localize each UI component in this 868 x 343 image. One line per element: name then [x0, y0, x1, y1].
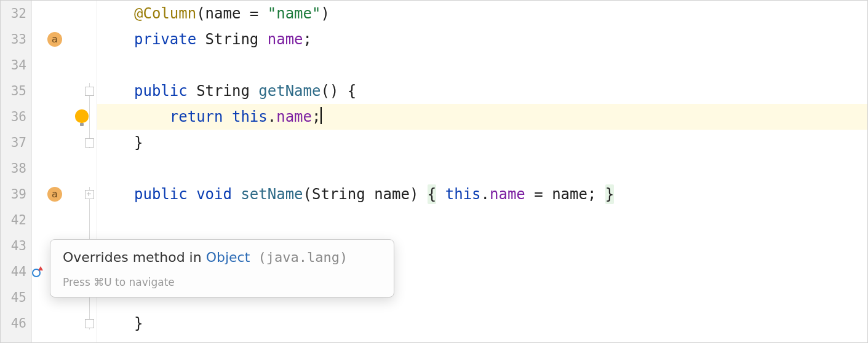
code-line[interactable]	[97, 52, 867, 78]
line-number: 44	[11, 259, 26, 285]
fold-toggle-icon[interactable]	[85, 87, 94, 96]
text-caret	[321, 107, 322, 124]
line-number: 36	[11, 104, 26, 130]
fold-toggle-icon[interactable]	[85, 138, 94, 148]
tooltip-message: Overrides method in Object (java.lang)	[63, 250, 381, 265]
code-line[interactable]: public void setName(String name) { this.…	[97, 181, 867, 207]
line-number: 45	[11, 285, 26, 310]
override-tooltip[interactable]: Overrides method in Object (java.lang) P…	[50, 239, 394, 298]
line-number: 39	[11, 181, 26, 207]
annotation-token: @Column	[134, 5, 196, 22]
override-gutter-icon[interactable]	[32, 267, 41, 276]
code-line[interactable]: @Column(name = "name")	[97, 1, 867, 26]
inspection-badge-icon[interactable]: a	[47, 32, 62, 47]
line-number: 46	[11, 310, 26, 336]
code-line[interactable]: private String name;	[97, 26, 867, 52]
gutter: 32 33 34 35 36 37 38 39 42 43 44 45 46	[1, 1, 32, 342]
fold-expand-icon[interactable]	[85, 190, 94, 199]
line-number: 42	[11, 207, 26, 233]
tooltip-hint: Press ⌘U to navigate	[63, 276, 381, 288]
intention-bulb-icon[interactable]	[75, 109, 89, 123]
line-number: 32	[11, 1, 26, 26]
tooltip-class-link[interactable]: Object	[206, 250, 250, 265]
inspection-badge-icon[interactable]: a	[47, 187, 62, 202]
code-line[interactable]: }	[97, 310, 867, 336]
line-number: 33	[11, 26, 26, 52]
code-line[interactable]: public String getName() {	[97, 78, 867, 104]
fold-toggle-icon[interactable]	[85, 319, 94, 328]
line-number: 34	[11, 52, 26, 78]
line-number: 38	[11, 156, 26, 181]
code-line[interactable]	[97, 156, 867, 181]
line-number: 35	[11, 78, 26, 104]
code-line-current[interactable]: return this.name;	[97, 104, 867, 130]
line-number: 37	[11, 130, 26, 156]
line-number: 43	[11, 233, 26, 259]
code-editor[interactable]: 32 33 34 35 36 37 38 39 42 43 44 45 46 a	[0, 0, 868, 343]
code-line[interactable]: }	[97, 130, 867, 156]
code-line[interactable]	[97, 207, 867, 233]
